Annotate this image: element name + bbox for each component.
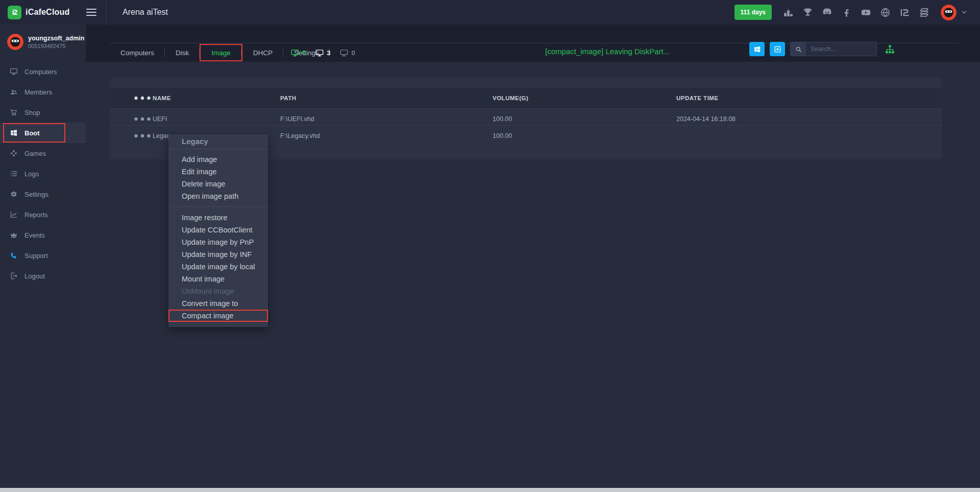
context-menu-item[interactable]: Open image path: [168, 190, 268, 207]
cart-icon: [10, 108, 18, 116]
chevron-down-icon[interactable]: [961, 9, 968, 16]
context-menu-item[interactable]: Update image by PnP: [168, 236, 268, 248]
chart-icon: [10, 210, 18, 219]
sidebar-item[interactable]: Support: [0, 245, 86, 266]
monitor-count: 0: [302, 49, 306, 57]
phone-icon: [10, 251, 18, 260]
brand: i2 iCafeCloud: [0, 0, 106, 25]
context-menu-item[interactable]: Update image by local: [168, 261, 268, 273]
col-update-time: UPDATE TIME: [676, 95, 942, 101]
layers-icon[interactable]: [919, 7, 929, 18]
monitor-counter[interactable]: 0: [339, 49, 355, 57]
podium-icon[interactable]: [783, 7, 794, 18]
sidebar-item[interactable]: Settings: [0, 184, 86, 204]
monitor-counter[interactable]: 0: [290, 49, 306, 57]
sidebar-item-label: Members: [24, 88, 52, 96]
sidebar-item-label: Logout: [24, 272, 45, 280]
sidebar-item-label: Support: [24, 252, 48, 260]
user-avatar: [7, 34, 23, 50]
windows-icon: [10, 129, 18, 137]
search-icon: [791, 42, 806, 56]
monitor-count: 3: [327, 49, 330, 57]
cell-path: F:\Legacy.vhd: [280, 132, 493, 139]
discord-icon[interactable]: [822, 7, 832, 18]
tab[interactable]: Computers: [110, 43, 165, 62]
context-menu-item[interactable]: Compact image: [168, 310, 268, 322]
context-menu: Legacy Add imageEdit imageDelete imageOp…: [168, 134, 268, 327]
list-icon: [10, 170, 18, 178]
toolbar: ComputersDiskImageDHCPSettings 0 3 0 [co…: [86, 25, 980, 62]
users-icon: [10, 88, 18, 96]
sidebar-item[interactable]: Members: [0, 82, 86, 102]
sidebar-item[interactable]: Reports: [0, 204, 86, 225]
context-menu-item[interactable]: Add image: [168, 153, 268, 166]
context-menu-item[interactable]: Mount image: [168, 273, 268, 285]
context-menu-item[interactable]: Convert image to: [168, 297, 268, 310]
hamburger-menu-icon[interactable]: [86, 7, 96, 18]
network-sitemap-icon[interactable]: [885, 44, 895, 55]
monitor-icon: [314, 49, 325, 57]
sidebar-item[interactable]: Logout: [0, 266, 86, 286]
col-volume: VOLUME(G): [493, 95, 676, 101]
gamepad-icon: [10, 149, 18, 157]
context-menu-title: Legacy: [168, 134, 268, 149]
topbar-right: 111 days: [734, 5, 980, 20]
cell-path: F:\UEFI.vhd: [280, 115, 493, 123]
tab[interactable]: Disk: [165, 43, 200, 62]
logo-text: iCafeCloud: [26, 8, 69, 17]
context-menu-item[interactable]: Update image by INF: [168, 248, 268, 261]
context-menu-item[interactable]: Update CCBootClient: [168, 224, 268, 236]
dots-menu-icon[interactable]: [132, 88, 153, 108]
tab[interactable]: Image: [200, 44, 242, 61]
context-menu-items: Add imageEdit imageDelete imageOpen imag…: [168, 149, 268, 322]
cell-update-time: 2024-04-14 16:18:08: [676, 115, 942, 123]
sidebar: youngzsoft_admin 005193482475 Computers …: [0, 25, 86, 488]
sidebar-item-label: Reports: [24, 211, 48, 219]
sidebar-nav: Computers Members Shop Boot Games Logs S…: [0, 61, 86, 286]
search-input[interactable]: [806, 45, 877, 53]
monitor-icon: [10, 67, 18, 76]
add-button[interactable]: [770, 42, 785, 56]
col-name: NAME: [153, 95, 280, 101]
sidebar-item-label: Shop: [24, 109, 40, 116]
sidebar-item-label: Logs: [24, 170, 39, 178]
monitor-icon: [290, 49, 300, 57]
sidebar-item[interactable]: Shop: [0, 102, 86, 123]
context-menu-item[interactable]: Delete image: [168, 178, 268, 190]
user-avatar[interactable]: [941, 5, 957, 20]
sidebar-item[interactable]: Events: [0, 225, 86, 245]
crown-icon: [10, 231, 18, 239]
status-message: [compact_image] Leaving DiskPart...: [545, 47, 670, 56]
globe-icon[interactable]: [880, 7, 891, 18]
icafecloud-logo-icon: i2: [8, 6, 21, 19]
sidebar-item[interactable]: Computers: [0, 61, 86, 82]
sidebar-user: youngzsoft_admin 005193482475: [0, 25, 86, 57]
sidebar-item[interactable]: Logs: [0, 163, 86, 184]
horizontal-scrollbar[interactable]: [0, 488, 980, 492]
monitor-icon: [339, 49, 349, 57]
facebook-icon[interactable]: [841, 7, 852, 18]
sidebar-item[interactable]: Games: [0, 143, 86, 163]
cell-volume: 100.00: [493, 115, 676, 123]
context-menu-item[interactable]: Edit image: [168, 166, 268, 178]
dots-menu-icon[interactable]: [132, 126, 153, 146]
windows-boot-button[interactable]: [749, 42, 765, 56]
table-row[interactable]: UEFI F:\UEFI.vhd 100.00 2024-04-14 16:18…: [110, 108, 942, 125]
col-path: PATH: [280, 95, 493, 101]
icafe-icon[interactable]: [899, 7, 910, 18]
youtube-icon[interactable]: [861, 7, 871, 18]
context-menu-item[interactable]: UnMount image: [168, 285, 268, 297]
topbar-icons: [783, 7, 929, 18]
context-menu-item[interactable]: Image restore: [168, 212, 268, 224]
user-id: 005193482475: [28, 43, 80, 49]
tab[interactable]: DHCP: [242, 43, 283, 62]
gear-icon: [10, 190, 18, 198]
trophy-icon[interactable]: [802, 7, 813, 18]
cell-name: UEFI: [153, 115, 280, 123]
days-remaining-button[interactable]: 111 days: [734, 5, 772, 20]
topbar: i2 iCafeCloud Arena aiTest 111 days: [0, 0, 980, 25]
sidebar-item[interactable]: Boot: [0, 123, 86, 143]
monitor-counter[interactable]: 3: [314, 49, 330, 57]
sidebar-item-label: Games: [24, 150, 46, 157]
monitor-counters: 0 3 0: [290, 43, 355, 62]
